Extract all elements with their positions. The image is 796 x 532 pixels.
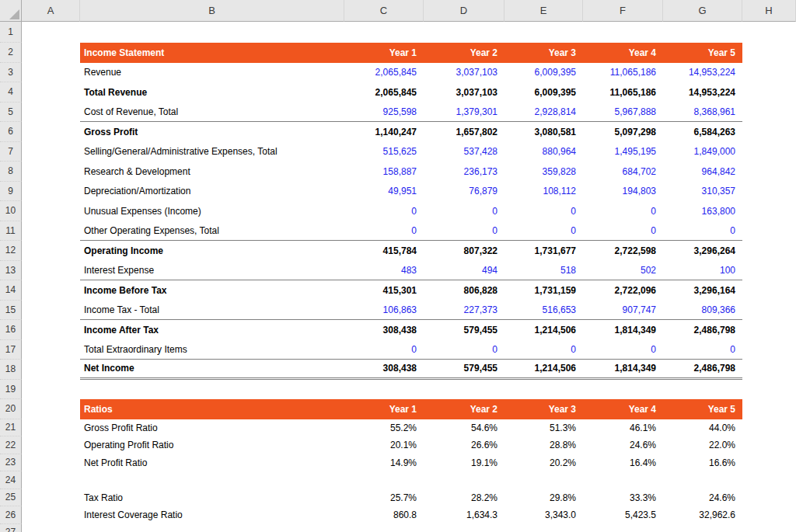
value-cell[interactable]: 44.0% [663, 419, 742, 437]
cell-h25[interactable] [742, 489, 796, 507]
value-cell[interactable]: 163,800 [663, 201, 742, 221]
value-cell[interactable]: 516,653 [504, 301, 583, 321]
row-header-12[interactable]: 12 [0, 241, 22, 261]
row-header-25[interactable]: 25 [0, 489, 22, 507]
column-header-a[interactable]: A [22, 0, 80, 22]
value-cell[interactable]: 537,428 [424, 142, 504, 162]
column-header-e[interactable]: E [504, 0, 583, 22]
value-cell[interactable]: 1,657,802 [424, 122, 504, 142]
row-header-20[interactable]: 20 [0, 399, 22, 419]
value-cell[interactable]: 1,731,159 [504, 280, 583, 301]
cell-a13[interactable] [22, 261, 80, 281]
value-cell[interactable]: 236,173 [424, 162, 504, 182]
cell-a22[interactable] [22, 436, 80, 454]
value-cell[interactable]: 0 [583, 221, 663, 242]
row-header-8[interactable]: 8 [0, 162, 22, 182]
value-cell[interactable]: 11,065,186 [583, 82, 663, 103]
row-header-13[interactable]: 13 [0, 261, 22, 281]
row-header-4[interactable]: 4 [0, 82, 22, 103]
row-label-cell[interactable]: Depreciation/Amortization [80, 182, 344, 202]
year-header-cell[interactable]: Year 5 [663, 43, 742, 63]
value-cell[interactable]: 76,879 [424, 182, 504, 202]
value-cell[interactable]: 20.2% [504, 454, 583, 472]
value-cell[interactable]: 310,357 [663, 182, 742, 202]
cell-a23[interactable] [22, 454, 80, 472]
value-cell[interactable]: 14.9% [344, 454, 424, 472]
year-header-cell[interactable]: Year 4 [583, 43, 663, 63]
value-cell[interactable]: 1,814,349 [583, 360, 663, 380]
value-cell[interactable]: 16.4% [583, 454, 663, 472]
row-header-5[interactable]: 5 [0, 103, 22, 123]
select-all-button[interactable] [0, 0, 22, 22]
row-label-cell[interactable]: Income Before Tax [80, 280, 344, 301]
cell-a21[interactable] [22, 419, 80, 437]
row-label-cell[interactable]: Other Operating Expenses, Total [80, 221, 344, 242]
cell-a6[interactable] [22, 122, 80, 142]
value-cell[interactable]: 502 [583, 261, 663, 281]
value-cell[interactable]: 2,722,096 [583, 280, 663, 301]
value-cell[interactable]: 0 [424, 201, 504, 221]
value-cell[interactable]: 807,322 [424, 241, 504, 261]
cell-a17[interactable] [22, 340, 80, 360]
cell-h6[interactable] [742, 122, 796, 142]
value-cell[interactable]: 1,731,677 [504, 241, 583, 261]
value-cell[interactable]: 0 [663, 340, 742, 360]
cell-h15[interactable] [742, 301, 796, 321]
cell-h18[interactable] [742, 360, 796, 380]
value-cell[interactable]: 880,964 [504, 142, 583, 162]
value-cell[interactable]: 6,584,263 [663, 122, 742, 142]
value-cell[interactable]: 1,379,301 [424, 103, 504, 123]
cell-h9[interactable] [742, 182, 796, 202]
value-cell[interactable]: 49,951 [344, 182, 424, 202]
row-label-cell[interactable]: Gross Profit [80, 122, 344, 142]
cell-a10[interactable] [22, 201, 80, 221]
value-cell[interactable]: 3,296,264 [663, 241, 742, 261]
cell-h7[interactable] [742, 142, 796, 162]
year-header-cell[interactable]: Year 4 [583, 399, 663, 419]
value-cell[interactable]: 51.3% [504, 419, 583, 437]
value-cell[interactable]: 14,953,224 [663, 63, 742, 83]
value-cell[interactable]: 22.0% [663, 436, 742, 454]
column-header-g[interactable]: G [663, 0, 742, 22]
value-cell[interactable]: 964,842 [663, 162, 742, 182]
value-cell[interactable]: 5,097,298 [583, 122, 663, 142]
cell-h24[interactable] [742, 471, 796, 489]
value-cell[interactable]: 16.6% [663, 454, 742, 472]
cell-a9[interactable] [22, 182, 80, 202]
value-cell[interactable]: 0 [344, 340, 424, 360]
cell-h16[interactable] [742, 320, 796, 340]
value-cell[interactable]: 106,863 [344, 301, 424, 321]
row-label-cell[interactable]: Total Revenue [80, 82, 344, 103]
cell-h11[interactable] [742, 221, 796, 242]
value-cell[interactable]: 14,953,224 [663, 82, 742, 103]
value-cell[interactable]: 3,343.0 [504, 506, 583, 524]
row-header-9[interactable]: 9 [0, 182, 22, 202]
year-header-cell[interactable]: Year 3 [504, 399, 583, 419]
value-cell[interactable]: 0 [344, 221, 424, 242]
cell-a14[interactable] [22, 280, 80, 301]
value-cell[interactable]: 0 [344, 201, 424, 221]
row-label-cell[interactable]: Selling/General/Administrative Expenses,… [80, 142, 344, 162]
value-cell[interactable]: 925,598 [344, 103, 424, 123]
value-cell[interactable]: 54.6% [424, 419, 504, 437]
cell-a18[interactable] [22, 360, 80, 380]
row-header-15[interactable]: 15 [0, 301, 22, 321]
column-header-b[interactable]: B [80, 0, 344, 22]
column-header-h[interactable]: H [742, 0, 796, 22]
value-cell[interactable]: 227,373 [424, 301, 504, 321]
value-cell[interactable]: 308,438 [344, 360, 424, 380]
cell-h4[interactable] [742, 82, 796, 103]
column-header-d[interactable]: D [424, 0, 504, 22]
value-cell[interactable]: 483 [344, 261, 424, 281]
row-header-7[interactable]: 7 [0, 142, 22, 162]
value-cell[interactable]: 108,112 [504, 182, 583, 202]
value-cell[interactable]: 46.1% [583, 419, 663, 437]
value-cell[interactable]: 25.7% [344, 489, 424, 507]
value-cell[interactable]: 0 [663, 221, 742, 242]
cell-a2[interactable] [22, 43, 80, 63]
row-label-cell[interactable]: Operating Profit Ratio [80, 436, 344, 454]
row-label-cell[interactable]: Interest Coverage Ratio [80, 506, 344, 524]
value-cell[interactable]: 26.6% [424, 436, 504, 454]
value-cell[interactable]: 2,928,814 [504, 103, 583, 123]
row-header-23[interactable]: 23 [0, 454, 22, 472]
